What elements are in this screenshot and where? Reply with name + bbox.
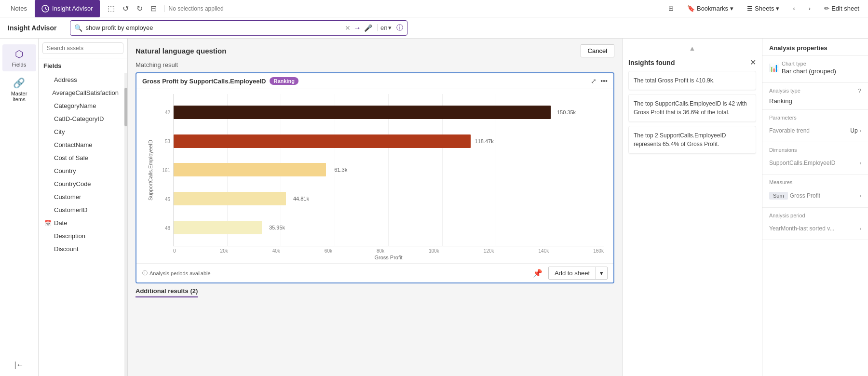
analysis-periods-label: ⓘ Analysis periods available xyxy=(142,269,211,277)
insights-close-btn[interactable]: ✕ xyxy=(750,58,756,67)
lang-chevron: ▾ xyxy=(388,24,392,31)
redo-btn[interactable]: ↻ xyxy=(135,3,145,14)
field-item[interactable]: CountryCode xyxy=(41,177,122,190)
analysis-period-chevron: › xyxy=(860,226,861,231)
sheets-btn[interactable]: ☰ Sheets ▾ xyxy=(743,3,783,14)
expand-chart-btn[interactable]: ⤢ xyxy=(591,77,597,85)
insights-panel: ▲ Insights found ✕ The total Gross Profi… xyxy=(622,39,762,376)
chart-type-header: 📊 Chart type Bar chart (grouped) xyxy=(769,61,861,75)
undo-btn[interactable]: ↺ xyxy=(121,3,131,14)
nav-forward-btn[interactable]: › xyxy=(805,3,814,14)
nav-back-btn[interactable]: ‹ xyxy=(789,3,799,14)
edit-sheet-btn[interactable]: ✏ Edit sheet xyxy=(820,3,863,14)
bar-4: 44.81k xyxy=(174,192,286,205)
content-middle: Natural language question Cancel Matchin… xyxy=(128,39,762,376)
field-item[interactable]: Customer xyxy=(41,190,122,203)
lock-btn[interactable]: ⊟ xyxy=(149,3,159,14)
favorable-trend-value[interactable]: Up › xyxy=(850,127,861,134)
sidebar-item-master-items[interactable]: 🔗 Master items xyxy=(2,73,36,106)
properties-panel: Analysis properties 📊 Chart type Bar cha… xyxy=(762,39,868,376)
field-item[interactable]: CatID-CategoryID xyxy=(41,112,122,125)
chart-section: Natural language question Cancel Matchin… xyxy=(128,39,622,376)
chart-footer: ⓘ Analysis periods available 📌 Add to sh… xyxy=(136,263,613,282)
top-bar: Notes Insight Advisor ⬚ ↺ ↻ ⊟ No selecti… xyxy=(0,0,868,17)
chart-more-btn[interactable]: ••• xyxy=(600,77,608,85)
field-icon: 📅 xyxy=(44,220,51,227)
bar-3: 61.3k xyxy=(174,163,326,176)
field-item[interactable]: 📅 Date xyxy=(41,216,122,229)
field-item[interactable]: Cost of Sale xyxy=(41,151,122,164)
clear-search-btn[interactable]: ✕ xyxy=(345,24,351,32)
y-axis-values: 42 53 161 45 48 xyxy=(156,94,173,246)
bar-chart-icon: 📊 xyxy=(769,63,779,72)
sidebar-collapse-btn[interactable]: |← xyxy=(12,360,26,370)
fields-search-input[interactable] xyxy=(42,42,123,54)
analysis-period-row[interactable]: YearMonth-last sorted v... › xyxy=(769,222,861,235)
bar-1: 150.35k xyxy=(174,106,551,119)
grid-btn[interactable]: ⊞ xyxy=(665,3,678,14)
bar-row-1: 150.35k xyxy=(174,103,575,122)
sidebar-item-fields[interactable]: ⬡ Fields xyxy=(2,44,36,71)
bar-5: 35.95k xyxy=(174,221,262,234)
field-item[interactable]: ContactName xyxy=(41,138,122,151)
add-to-sheet-button[interactable]: Add to sheet ▾ xyxy=(548,267,608,280)
add-to-sheet-dropdown-arrow[interactable]: ▾ xyxy=(596,267,607,279)
chart-actions: ⤢ ••• xyxy=(591,77,608,85)
insights-header: Insights found ✕ xyxy=(628,58,756,67)
field-item[interactable]: CustomerID xyxy=(41,203,122,216)
x-axis-labels: 0 20k 40k 60k 80k 100k 120k 140k 160k xyxy=(173,248,604,255)
insight-advisor-label: Insight Advisor xyxy=(52,5,93,12)
field-item[interactable]: Country xyxy=(41,164,122,177)
insights-scroll-up[interactable]: ▲ xyxy=(628,44,756,52)
chart-type-section: 📊 Chart type Bar chart (grouped) xyxy=(762,56,868,83)
sub-header: Insight Advisor 🔍 ✕ → 🎤 en ▾ ⓘ xyxy=(0,17,868,39)
insight-advisor-tab[interactable]: Insight Advisor xyxy=(35,0,100,17)
info-btn[interactable]: ⓘ xyxy=(396,24,403,32)
bars-container: 150.35k 118.47k 61.3k xyxy=(173,94,604,246)
analysis-type-help[interactable]: ? xyxy=(858,88,861,94)
insight-icon xyxy=(41,5,49,13)
field-item[interactable]: Description xyxy=(41,229,122,242)
additional-results-tab[interactable]: Additional results (2) xyxy=(136,287,198,297)
fields-icon: ⬡ xyxy=(15,48,23,60)
measure-sum-badge: Sum xyxy=(769,192,788,200)
search-icon: 🔍 xyxy=(74,24,82,32)
insight-card-1: The total Gross Profit is 410.9k. xyxy=(628,71,756,90)
main-layout: ⬡ Fields 🔗 Master items |← Fields Addres… xyxy=(0,39,868,376)
insights-title: Insights found xyxy=(628,59,675,67)
dimensions-section: Dimensions SupportCalls.EmployeeID › xyxy=(762,142,868,175)
language-selector[interactable]: en ▾ xyxy=(377,24,392,31)
cancel-button[interactable]: Cancel xyxy=(581,44,614,57)
matching-result-label: Matching result xyxy=(128,61,622,72)
search-input[interactable] xyxy=(85,24,342,31)
field-item[interactable]: Address xyxy=(41,73,122,86)
properties-title: Analysis properties xyxy=(762,39,868,56)
toolbar-icons: ⬚ ↺ ↻ ⊟ No selections applied xyxy=(106,3,228,14)
field-item[interactable]: AverageCallSatisfaction xyxy=(41,86,122,99)
dimension-row[interactable]: SupportCalls.EmployeeID › xyxy=(769,157,861,169)
master-items-icon: 🔗 xyxy=(13,77,25,89)
measure-row[interactable]: Sum Gross Profit › xyxy=(769,189,861,202)
field-item[interactable]: CategoryName xyxy=(41,99,122,112)
notes-tab[interactable]: Notes xyxy=(5,2,33,15)
chart-card: Gross Profit by SupportCalls.EmployeeID … xyxy=(136,72,614,283)
measure-chevron: › xyxy=(860,193,861,199)
field-item[interactable]: City xyxy=(41,125,122,138)
fields-list: Address AverageCallSatisfaction Category… xyxy=(39,73,124,376)
fields-search-area xyxy=(39,39,127,58)
bookmarks-btn[interactable]: 🔖 Bookmarks ▾ xyxy=(683,3,737,14)
content-header: Natural language question Cancel xyxy=(128,39,622,61)
additional-results-section: Additional results (2) xyxy=(136,283,614,297)
ranking-badge: Ranking xyxy=(270,77,298,85)
mic-btn[interactable]: 🎤 xyxy=(364,24,372,32)
select-tool-btn[interactable]: ⬚ xyxy=(106,3,117,14)
fields-panel: Fields Address AverageCallSatisfaction C… xyxy=(39,39,128,376)
analysis-period-section: Analysis period YearMonth-last sorted v.… xyxy=(762,208,868,240)
chart-pin-btn[interactable]: 📌 xyxy=(531,268,544,279)
bookmarks-chevron: ▾ xyxy=(730,5,733,12)
field-item[interactable]: Discount xyxy=(41,242,122,255)
edit-icon: ✏ xyxy=(824,5,829,12)
insight-card-3: The top 2 SupportCalls.EmployeeID repres… xyxy=(628,126,756,154)
x-axis-label: Gross Profit xyxy=(163,255,613,263)
search-submit-btn[interactable]: → xyxy=(353,24,361,32)
